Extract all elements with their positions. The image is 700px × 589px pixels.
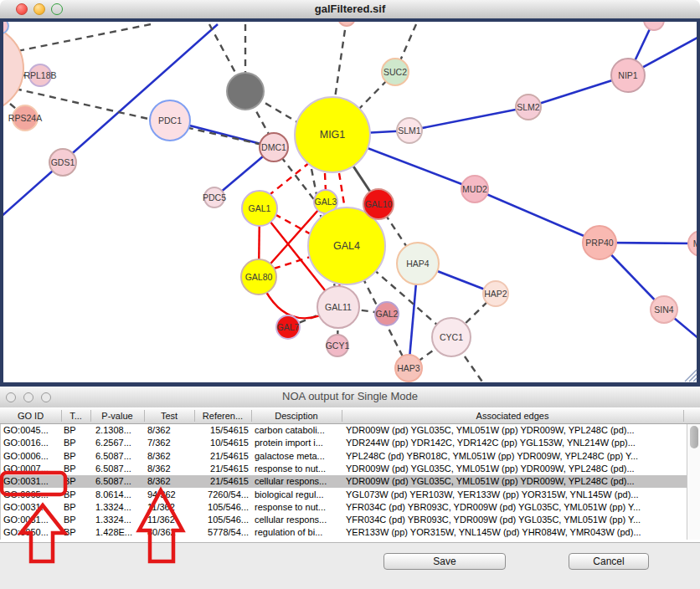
column-header-p-value[interactable]: P-value	[90, 407, 144, 424]
table-cell: 8/362	[145, 463, 195, 475]
node-label-SLM2: SLM2	[517, 102, 540, 112]
scrollbar-thumb[interactable]	[690, 426, 698, 448]
table-cell: BP	[62, 463, 91, 475]
node-label-GDS1: GDS1	[51, 157, 75, 167]
table-cell: 2.1308...	[91, 424, 145, 437]
node-label-PRP40: PRP40	[585, 238, 613, 248]
network-window-title: galFiltered.sif	[0, 3, 700, 15]
table-row[interactable]: GO:0007...BP6.5087...8/36221/54615respon…	[1, 463, 687, 475]
network-edge	[266, 162, 310, 197]
table-cell: biological regul...	[252, 489, 342, 501]
node-label-GAL2: GAL2	[376, 309, 399, 319]
network-edge	[275, 214, 314, 236]
table-row[interactable]: GO:0031...BP1.3324...11/362105/546...cel…	[1, 514, 687, 526]
node-label-GAL1: GAL1	[249, 203, 271, 213]
column-header-test[interactable]: Test	[144, 407, 194, 424]
noa-window-title: NOA output for Single Mode	[0, 390, 700, 402]
table-cell: 15/54615	[195, 424, 252, 437]
table-cell: YPL248C (pd) YBR018C, YML051W (pp) YDR00…	[342, 450, 684, 463]
table-cell: BP	[62, 526, 91, 539]
node-label-DMC1: DMC1	[261, 142, 286, 152]
table-cell: 94/362	[145, 489, 195, 501]
noa-output-window: NOA output for Single Mode GO IDT...P-va…	[0, 387, 700, 589]
table-cell: 21/54615	[195, 463, 252, 475]
node-label-GAL7: GAL7	[277, 322, 300, 332]
column-header-go-id[interactable]: GO ID	[0, 407, 61, 424]
table-cell: 6.5087...	[91, 475, 145, 488]
table-row[interactable]: GO:0016...BP6.2567...7/36210/54615protei…	[1, 437, 687, 449]
table-cell: GO:0031...	[1, 501, 62, 514]
table-cell: response to nut...	[252, 501, 342, 514]
node-label-HAP4: HAP4	[406, 259, 430, 269]
node-label-NIP1: NIP1	[618, 70, 638, 80]
network-node-corner[interactable]	[3, 22, 8, 33]
table-row[interactable]: GO:0065...BP8.0614...94/3627260/54...bio…	[1, 489, 687, 501]
column-header-desciption[interactable]: Desciption	[251, 407, 342, 424]
node-label-MSI: MSI	[693, 238, 697, 248]
network-node-gray[interactable]	[227, 73, 264, 110]
table-cell: GO:0050...	[1, 526, 62, 539]
save-button[interactable]: Save	[383, 553, 506, 570]
network-node-nip-top[interactable]	[644, 22, 664, 30]
table-cell: 7/362	[145, 437, 195, 449]
table-cell: 1.428E...	[91, 526, 145, 539]
table-row[interactable]: GO:0050...BP1.428E...80/3625778/54...reg…	[1, 526, 687, 539]
table-cell: 8.0614...	[91, 489, 145, 501]
node-label-GAL10: GAL10	[365, 199, 393, 209]
table-row[interactable]: GO:0031...BP1.3324...11/362105/546...res…	[1, 501, 687, 514]
table-cell: carbon cataboli...	[252, 424, 342, 437]
network-window-titlebar[interactable]: galFiltered.sif	[0, 0, 700, 19]
table-row[interactable]: GO:0045...BP2.1308...8/36215/54615carbon…	[1, 424, 687, 437]
table-cell: GO:0065...	[1, 489, 62, 501]
table-cell: 7260/54...	[195, 489, 252, 501]
table-cell: 1.3324...	[91, 514, 145, 526]
table-cell: 8/362	[145, 450, 195, 463]
network-window: galFiltered.sif RPL18BRPS24AGDS1PDC1MIG1…	[0, 0, 700, 387]
table-cell: YDR009W (pd) YGL035C, YML051W (pp) YDR00…	[342, 463, 684, 475]
table-cell: response to nut...	[252, 463, 342, 475]
network-edge	[5, 24, 151, 54]
table-cell: 1.3324...	[91, 501, 145, 514]
node-label-RPS24A: RPS24A	[8, 113, 42, 123]
table-cell: cellular respons...	[252, 475, 342, 488]
cancel-button[interactable]: Cancel	[569, 553, 649, 570]
table-cell: BP	[62, 489, 91, 501]
table-cell: 21/54615	[195, 450, 252, 463]
table-cell: GO:0007...	[1, 463, 62, 475]
table-cell: YGL073W (pd) YER103W, YER133W (pp) YOR31…	[342, 489, 684, 501]
table-cell: YDR009W (pd) YGL035C, YML051W (pp) YDR00…	[342, 475, 684, 488]
table-cell: 105/546...	[195, 514, 252, 526]
column-header-referen-[interactable]: Referen...	[194, 407, 251, 424]
node-label-GCY1: GCY1	[326, 341, 350, 351]
table-cell: 11/362	[145, 514, 195, 526]
table-cell: 5778/54...	[195, 526, 252, 539]
resize-grip-icon[interactable]	[682, 368, 698, 383]
column-separator	[683, 410, 684, 422]
vertical-scrollbar[interactable]	[687, 424, 700, 540]
table-cell: galactose meta...	[252, 450, 342, 463]
column-header-associated-edges[interactable]: Associated edges	[342, 407, 683, 424]
table-row[interactable]: GO:0031...BP6.5087...8/36221/54615cellul…	[1, 475, 687, 488]
table-cell: GO:0016...	[1, 437, 62, 449]
network-edge	[409, 107, 528, 131]
table-cell: 10/54615	[195, 437, 252, 449]
noa-window-titlebar[interactable]: NOA output for Single Mode	[0, 387, 700, 408]
network-node-top-partial[interactable]	[338, 22, 355, 26]
column-header-t-[interactable]: T...	[61, 407, 90, 424]
node-label-MIG1: MIG1	[320, 129, 346, 141]
node-label-SLM1: SLM1	[398, 125, 421, 136]
network-graph: RPL18BRPS24AGDS1PDC1MIG1DMC1SUC2SLM1SLM2…	[3, 22, 697, 382]
table-header: GO IDT...P-valueTestReferen...Desciption…	[0, 407, 700, 424]
network-canvas[interactable]: RPL18BRPS24AGDS1PDC1MIG1DMC1SUC2SLM1SLM2…	[3, 22, 697, 382]
button-panel: Save Cancel	[0, 542, 700, 589]
table-cell: GO:0031...	[1, 475, 62, 488]
node-label-GAL11: GAL11	[325, 302, 352, 312]
table-row[interactable]: GO:0006...BP6.5087...8/36221/54615galact…	[1, 450, 687, 463]
network-node-big-left[interactable]	[3, 25, 23, 112]
table-cell: 6.2567...	[91, 437, 145, 449]
table-cell: BP	[62, 424, 91, 437]
table-cell: BP	[62, 437, 91, 449]
table-cell: YFR034C (pd) YBR093C, YDR009W (pd) YGL03…	[342, 514, 684, 526]
table-cell: 21/54615	[195, 475, 252, 488]
table-cell: 105/546...	[195, 501, 252, 514]
